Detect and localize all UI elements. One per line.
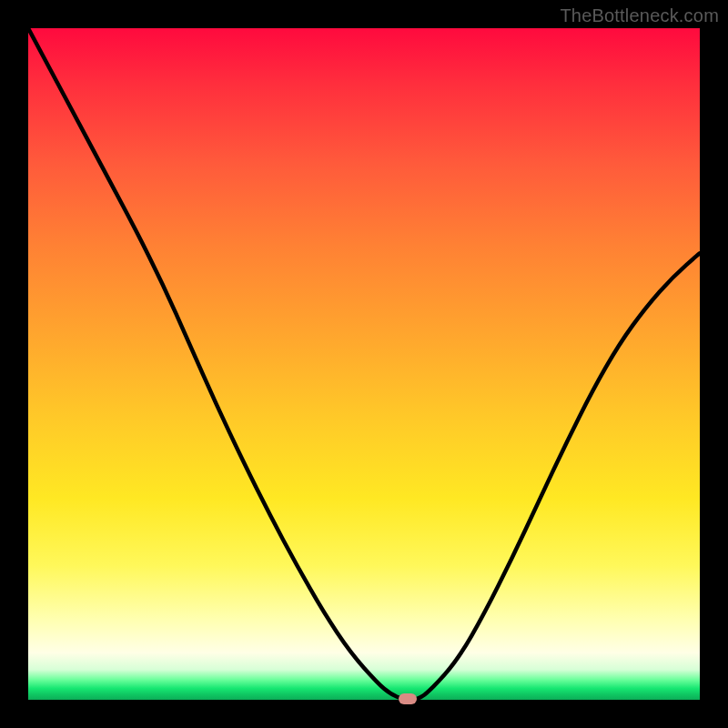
chart-frame: TheBottleneck.com xyxy=(0,0,728,728)
plot-area xyxy=(28,28,700,700)
credit-label: TheBottleneck.com xyxy=(560,5,719,26)
bottleneck-curve xyxy=(28,28,700,700)
optimum-marker xyxy=(399,693,417,704)
